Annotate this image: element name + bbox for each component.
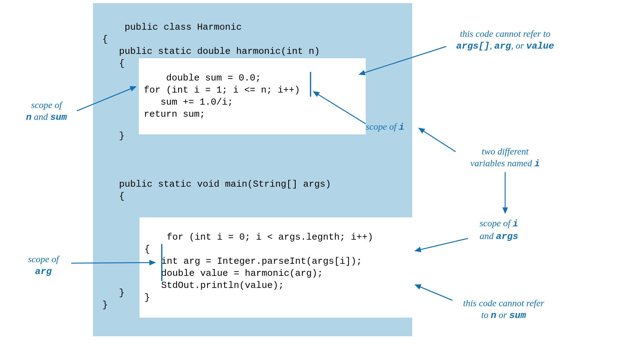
annotation-cannot-refer-n-sum-to: to — [481, 310, 491, 320]
code-box-main-body: for (int i = 0; i < args.legnth; i++) { … — [139, 217, 420, 318]
annotation-two-diff-line1: two different — [482, 146, 528, 156]
annotation-var-sum2: sum — [509, 310, 526, 321]
annotation-scope-i-args: scope of i and args — [468, 217, 530, 242]
annotation-scope-n-sum-line1: scope of — [31, 100, 62, 110]
annotation-scope-n-sum: scope of n and sum — [19, 99, 74, 123]
annotation-cannot-refer-n-sum: this code cannot refer to n or sum — [449, 297, 558, 321]
annotation-var-n: n — [26, 112, 32, 123]
annotation-scope-i-args-line1a: scope of — [480, 218, 513, 228]
scope-bar-i-top — [310, 72, 311, 97]
annotation-scope-i-args-line2a: and — [480, 231, 496, 241]
annotation-var-i-named: i — [534, 159, 540, 169]
code-box2: for (int i = 0; i < args.legnth; i++) { … — [144, 232, 373, 303]
annotation-var-i-bottom: i — [513, 219, 518, 229]
annotation-sep1: , — [490, 40, 494, 50]
annotation-var-sum: sum — [50, 112, 67, 123]
annotation-cannot-refer-n-sum-or: or — [496, 310, 509, 320]
annotation-var-arg2: arg — [494, 41, 511, 51]
annotation-cannot-refer-args: this code cannot refer to args[], arg, o… — [443, 28, 567, 52]
annotation-scope-arg-line1: scope of — [28, 254, 59, 264]
annotation-cannot-refer-args-line1: this code cannot refer to — [460, 28, 550, 39]
annotation-scope-of-i-text: scope of — [366, 121, 399, 132]
annotation-cannot-refer-n-sum-line1: this code cannot refer — [463, 298, 544, 308]
annotation-scope-arg: scope of arg — [19, 253, 68, 277]
annotation-var-n2: n — [491, 310, 496, 321]
annotation-var-arg: arg — [35, 266, 52, 277]
annotation-scope-n-sum-and: and — [32, 111, 50, 122]
annotation-scope-of-i: scope of i — [366, 121, 428, 133]
annotation-var-i-top: i — [399, 122, 404, 133]
annotation-var-args-array: args[] — [456, 41, 490, 51]
annotation-var-args: args — [496, 231, 518, 242]
code-box-harmonic-body: double sum = 0.0; for (int i = 1; i <= n… — [139, 58, 366, 134]
annotation-var-value: value — [526, 41, 554, 51]
svg-line-7 — [415, 285, 452, 300]
annotation-two-diff-line2: variables named — [470, 158, 535, 168]
svg-line-6 — [415, 238, 468, 251]
code-box1: double sum = 0.0; for (int i = 1; i <= n… — [144, 73, 300, 120]
annotation-sep2: , or — [511, 40, 526, 50]
scope-bar-arg — [161, 244, 162, 281]
annotation-two-different-i: two different variables named i — [456, 146, 555, 170]
